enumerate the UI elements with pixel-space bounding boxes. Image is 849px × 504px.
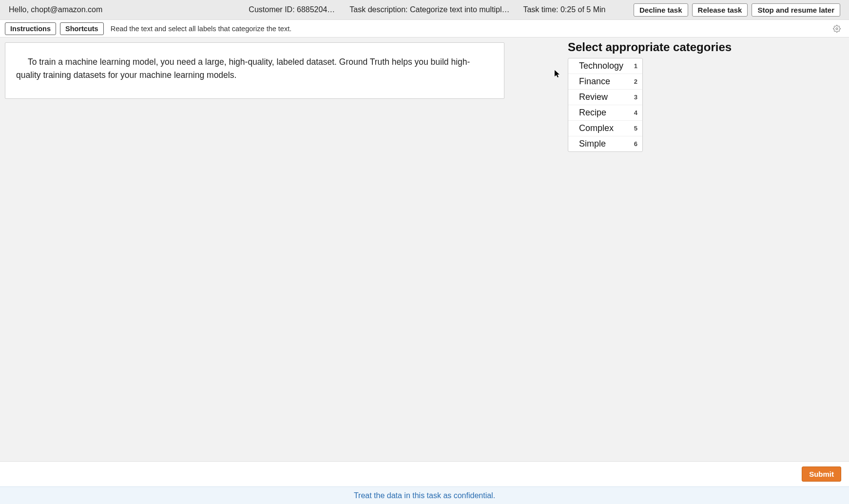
- task-text: To train a machine learning model, you n…: [16, 57, 470, 80]
- category-label: Recipe: [579, 108, 606, 118]
- category-shortcut: 2: [634, 78, 637, 85]
- category-label: Simple: [579, 139, 606, 149]
- category-list: Technology 1 Finance 2 Review 3 Recipe 4…: [568, 58, 643, 152]
- greeting-text: Hello, chopt@amazon.com: [9, 5, 102, 14]
- categories-title: Select appropriate categories: [568, 40, 732, 54]
- decline-task-button[interactable]: Decline task: [634, 3, 688, 17]
- stop-resume-button[interactable]: Stop and resume later: [752, 3, 840, 17]
- category-shortcut: 6: [634, 140, 637, 148]
- category-item-recipe[interactable]: Recipe 4: [568, 105, 642, 121]
- categories-panel: Select appropriate categories Technology…: [568, 40, 732, 152]
- submit-button[interactable]: Submit: [802, 467, 841, 482]
- category-item-complex[interactable]: Complex 5: [568, 121, 642, 136]
- customer-id-text: Customer ID: 6885204…: [249, 5, 335, 14]
- confidential-notice: Treat the data in this task as confident…: [0, 486, 849, 504]
- main-area: To train a machine learning model, you n…: [0, 37, 849, 461]
- cursor-icon: [555, 70, 560, 78]
- shortcuts-button[interactable]: Shortcuts: [60, 22, 104, 35]
- instructions-button[interactable]: Instructions: [5, 22, 56, 35]
- category-label: Technology: [579, 61, 623, 71]
- category-item-finance[interactable]: Finance 2: [568, 74, 642, 90]
- toolbar-hint: Read the text and select all labels that…: [111, 25, 292, 33]
- category-shortcut: 4: [634, 109, 637, 116]
- task-description-text: Task description: Categorize text into m…: [349, 5, 509, 14]
- category-label: Finance: [579, 76, 610, 87]
- gear-icon[interactable]: [832, 24, 841, 33]
- category-item-technology[interactable]: Technology 1: [568, 58, 642, 74]
- category-shortcut: 1: [634, 62, 637, 70]
- category-label: Complex: [579, 123, 614, 133]
- category-shortcut: 5: [634, 125, 637, 132]
- confidential-text: Treat the data in this task as confident…: [354, 491, 495, 500]
- category-shortcut: 3: [634, 93, 637, 101]
- toolbar: Instructions Shortcuts Read the text and…: [0, 20, 849, 37]
- task-text-panel: To train a machine learning model, you n…: [5, 42, 504, 99]
- task-time-text: Task time: 0:25 of 5 Min: [523, 5, 605, 14]
- top-actions: Decline task Release task Stop and resum…: [634, 3, 840, 17]
- category-item-review[interactable]: Review 3: [568, 90, 642, 105]
- category-label: Review: [579, 92, 608, 102]
- footer-bar: Submit: [0, 461, 849, 486]
- release-task-button[interactable]: Release task: [692, 3, 748, 17]
- top-bar: Hello, chopt@amazon.com Customer ID: 688…: [0, 0, 849, 20]
- svg-point-0: [836, 28, 838, 30]
- category-item-simple[interactable]: Simple 6: [568, 136, 642, 151]
